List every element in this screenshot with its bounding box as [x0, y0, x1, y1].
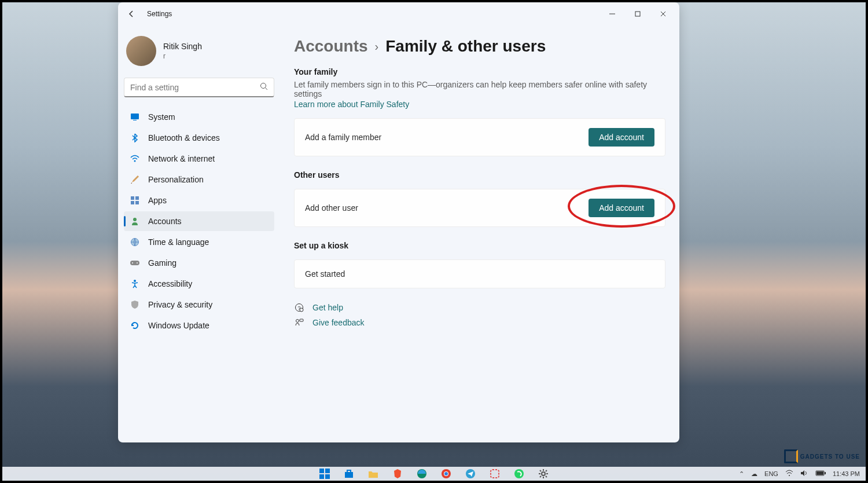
sidebar-item-system[interactable]: System	[124, 107, 274, 127]
breadcrumb: Accounts › Family & other users	[294, 37, 665, 56]
svg-rect-10	[135, 201, 139, 204]
svg-rect-8	[135, 196, 139, 200]
titlebar: Settings	[118, 2, 679, 25]
sidebar-item-bluetooth[interactable]: Bluetooth & devices	[124, 128, 274, 148]
tray-volume-icon[interactable]	[800, 470, 808, 478]
window-title: Settings	[147, 10, 172, 18]
your-family-heading: Your family	[294, 67, 665, 76]
sidebar-item-network[interactable]: Network & internet	[124, 149, 274, 169]
sidebar-item-privacy[interactable]: Privacy & security	[124, 295, 274, 314]
give-feedback-row[interactable]: Give feedback	[294, 317, 665, 328]
taskbar-explorer-icon[interactable]	[366, 467, 380, 481]
give-feedback-link: Give feedback	[312, 318, 365, 327]
taskbar-telegram-icon[interactable]	[464, 467, 477, 481]
sidebar-item-label: Accessibility	[148, 279, 192, 288]
svg-point-16	[137, 262, 138, 264]
breadcrumb-current: Family & other users	[385, 37, 546, 56]
person-icon	[130, 216, 140, 226]
kiosk-heading: Set up a kiosk	[294, 241, 665, 250]
svg-point-15	[132, 262, 133, 264]
maximize-button[interactable]	[626, 5, 649, 23]
add-family-label: Add a family member	[305, 133, 381, 142]
search-input[interactable]	[130, 83, 260, 92]
taskbar-app-icon[interactable]	[488, 467, 502, 481]
taskbar-brave-icon[interactable]	[391, 467, 404, 481]
svg-rect-5	[133, 120, 137, 120]
tray-clock[interactable]: 11:43 PM	[833, 470, 860, 477]
tray-language[interactable]: ENG	[764, 470, 778, 477]
taskbar-settings-icon[interactable]	[536, 467, 550, 481]
sidebar-item-label: Bluetooth & devices	[148, 133, 220, 142]
get-help-row[interactable]: ? Get help	[294, 302, 665, 313]
search-box[interactable]	[124, 78, 274, 97]
user-email: r	[163, 52, 202, 60]
tray-wifi-icon[interactable]	[785, 470, 793, 478]
svg-rect-23	[319, 469, 324, 473]
svg-point-35	[542, 472, 545, 475]
svg-point-34	[514, 469, 524, 478]
svg-rect-7	[131, 196, 134, 200]
settings-window: Settings Ritik Singh r	[118, 2, 679, 442]
add-family-member-card: Add a family member Add account	[294, 118, 665, 156]
taskbar-edge-icon[interactable]	[415, 467, 429, 481]
taskbar-store-icon[interactable]	[342, 467, 356, 481]
back-button[interactable]	[123, 5, 140, 23]
svg-point-36	[789, 475, 790, 476]
kiosk-card[interactable]: Get started	[294, 259, 665, 288]
shield-icon	[130, 299, 140, 310]
svg-rect-38	[825, 472, 826, 474]
svg-rect-1	[635, 12, 640, 16]
taskbar-chrome-icon[interactable]	[439, 467, 453, 481]
display-icon	[130, 112, 140, 122]
sidebar-item-accounts[interactable]: Accounts	[124, 211, 274, 231]
sidebar-item-apps[interactable]: Apps	[124, 191, 274, 210]
watermark: GADGETS TO USE	[784, 449, 860, 463]
sidebar-item-label: Accounts	[148, 217, 182, 226]
svg-rect-33	[491, 470, 499, 478]
tray-battery-icon[interactable]	[815, 470, 826, 477]
svg-point-31	[444, 472, 448, 475]
apps-icon	[130, 195, 140, 206]
svg-line-3	[266, 87, 268, 90]
avatar	[126, 36, 156, 66]
get-help-link: Get help	[312, 303, 343, 312]
user-info[interactable]: Ritik Singh r	[124, 31, 274, 75]
taskbar: ⌃ ☁ ENG 11:43 PM	[2, 467, 866, 481]
sidebar-item-accessibility[interactable]: Accessibility	[124, 274, 274, 294]
minimize-button[interactable]	[601, 5, 624, 23]
add-other-account-button[interactable]: Add account	[589, 199, 654, 217]
feedback-icon	[294, 317, 304, 328]
tray-onedrive-icon[interactable]: ☁	[751, 470, 757, 478]
taskbar-whatsapp-icon[interactable]	[512, 467, 526, 481]
svg-point-17	[134, 280, 136, 282]
svg-point-21	[296, 320, 299, 323]
sidebar-item-label: Network & internet	[148, 154, 215, 163]
breadcrumb-root[interactable]: Accounts	[294, 37, 368, 56]
tray-chevron-icon[interactable]: ⌃	[739, 470, 744, 478]
svg-rect-22	[300, 319, 303, 321]
sidebar-item-time[interactable]: Time & language	[124, 232, 274, 252]
svg-rect-24	[325, 469, 330, 473]
sidebar-item-gaming[interactable]: Gaming	[124, 253, 274, 273]
sidebar-item-update[interactable]: Windows Update	[124, 316, 274, 335]
svg-rect-14	[130, 261, 139, 265]
user-name: Ritik Singh	[163, 42, 202, 51]
family-safety-link[interactable]: Learn more about Family Safety	[294, 100, 665, 109]
close-button[interactable]	[652, 5, 675, 23]
sidebar-item-personalization[interactable]: Personalization	[124, 170, 274, 189]
other-users-heading: Other users	[294, 170, 665, 180]
add-family-account-button[interactable]: Add account	[589, 128, 654, 147]
svg-point-20	[300, 308, 303, 312]
svg-rect-25	[319, 474, 324, 479]
wifi-icon	[130, 153, 140, 164]
system-tray[interactable]: ⌃ ☁ ENG 11:43 PM	[739, 470, 860, 478]
sidebar: Ritik Singh r System Bluetooth & devices	[118, 25, 280, 442]
add-other-user-label: Add other user	[305, 203, 358, 213]
sidebar-item-label: Apps	[148, 196, 167, 205]
sync-icon	[130, 320, 140, 331]
svg-rect-27	[345, 472, 353, 478]
search-icon	[260, 82, 268, 93]
add-other-user-card: Add other user Add account	[294, 189, 665, 227]
your-family-desc: Let family members sign in to this PC—or…	[294, 80, 665, 98]
start-button[interactable]	[318, 467, 332, 481]
